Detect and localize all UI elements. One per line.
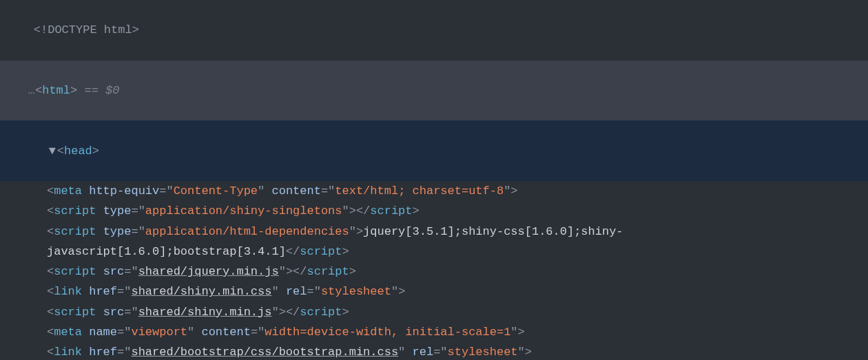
text-node: javascript[1.6.0];bootstrap[3.4.1] <box>47 245 286 258</box>
close-script: script <box>370 204 412 218</box>
attr-value: shared/bootstrap/css/bootstrap.min.css <box>131 346 398 359</box>
attr-value: shared/jquery.min.js <box>138 265 279 278</box>
eq-marker: == <box>77 84 105 97</box>
dom-node-line[interactable]: <script type="application/html-dependenc… <box>0 222 868 242</box>
attr-value: Content-Type <box>174 184 258 198</box>
close-script: script <box>307 265 349 278</box>
dom-node-line[interactable]: <meta name="viewport" content="width=dev… <box>0 322 868 342</box>
close-script: script <box>300 245 342 258</box>
dollar-zero: $0 <box>105 84 119 97</box>
elements-panel[interactable]: <!DOCTYPE html> …<html> == $0 ▼<head> <m… <box>0 0 868 360</box>
tag-meta: meta <box>54 184 82 198</box>
dom-node-line[interactable]: javascript[1.6.0];bootstrap[3.4.1]</scri… <box>0 242 868 262</box>
attr-value: viewport <box>131 326 187 339</box>
attr-value: application/shiny-singletons <box>145 204 342 218</box>
doctype-text: <!DOCTYPE html> <box>34 23 139 36</box>
tag-script: script <box>54 204 96 218</box>
tag-script: script <box>54 265 96 278</box>
tag-link: link <box>54 285 82 298</box>
dom-node-line[interactable]: <script src="shared/shiny.min.js"></scri… <box>0 302 868 322</box>
html-root-line[interactable]: …<html> == $0 <box>0 61 868 121</box>
dom-node-line[interactable]: <link href="shared/shiny.min.css" rel="s… <box>0 282 868 301</box>
text-node: jquery[3.5.1];shiny-css[1.6.0];shiny- <box>363 225 623 238</box>
attr-value: shared/shiny.min.css <box>131 285 271 298</box>
attr-value: application/html-dependencies <box>145 225 349 238</box>
tag-script: script <box>54 225 96 238</box>
attr-name: http-equiv <box>89 184 159 198</box>
attr-value: stylesheet <box>448 346 518 359</box>
tag-meta: meta <box>54 326 82 339</box>
attr-value: width=device-width, initial-scale=1 <box>265 326 510 339</box>
attr-name: rel <box>413 346 434 359</box>
head-children: <meta http-equiv="Content-Type" content=… <box>0 181 868 360</box>
dom-node-line[interactable]: <script type="application/shiny-singleto… <box>0 201 868 221</box>
doctype-line[interactable]: <!DOCTYPE html> <box>0 0 868 61</box>
attr-name: src <box>103 306 125 319</box>
attr-name: type <box>103 204 132 218</box>
attr-name: href <box>89 346 117 359</box>
tag-link: link <box>54 346 82 359</box>
dom-node-line[interactable]: <link href="shared/bootstrap/css/bootstr… <box>0 342 868 360</box>
attr-name: rel <box>286 285 307 298</box>
attr-value: text/html; charset=utf-8 <box>335 184 504 198</box>
attr-value: shared/shiny.min.js <box>138 306 272 319</box>
dom-node-line[interactable]: <script src="shared/jquery.min.js"></scr… <box>0 262 868 282</box>
attr-name: content <box>201 326 250 339</box>
attr-value: stylesheet <box>321 285 391 298</box>
close-script: script <box>300 306 342 319</box>
attr-name: name <box>89 326 117 339</box>
expand-arrow-icon[interactable]: ▼ <box>48 141 57 161</box>
attr-name: src <box>103 265 125 278</box>
head-tagname: head <box>64 145 92 158</box>
dom-node-line[interactable]: <meta http-equiv="Content-Type" content=… <box>0 181 868 201</box>
html-tagname: html <box>42 84 70 97</box>
attr-name: type <box>103 225 132 238</box>
tag-script: script <box>54 306 96 319</box>
attr-name: content <box>271 184 320 198</box>
attr-name: href <box>89 285 117 298</box>
ellipsis-icon: … <box>28 84 35 97</box>
head-open-line[interactable]: ▼<head> <box>0 120 868 181</box>
